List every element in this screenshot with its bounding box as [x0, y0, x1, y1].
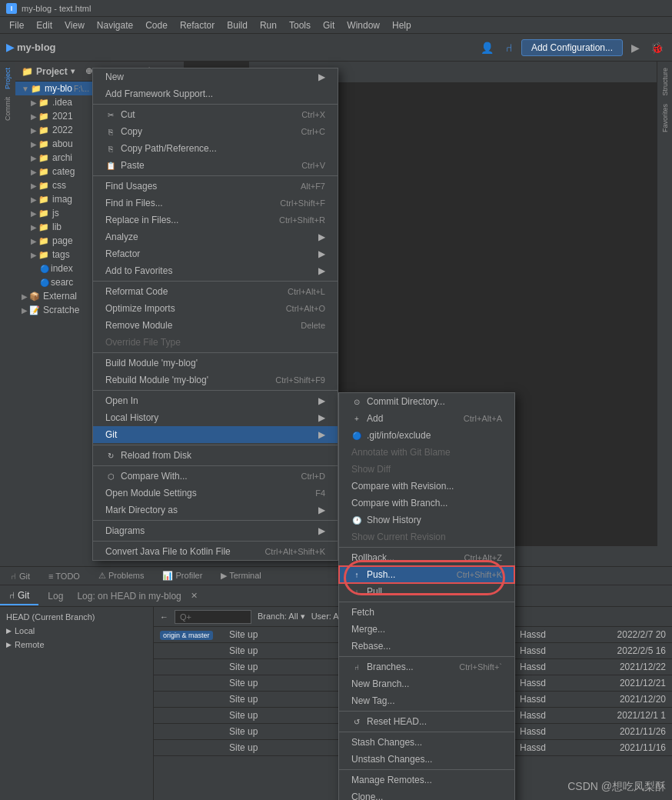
git-unstash[interactable]: Unstash Changes... — [339, 751, 514, 768]
cm-divider-5 — [93, 390, 338, 391]
git-branches[interactable]: ⑁Branches... Ctrl+Shift+` — [339, 658, 514, 675]
project-label: ▶ my-blog — [6, 42, 56, 53]
git-local-group[interactable]: ▶ Local — [0, 624, 153, 638]
cm-copy[interactable]: ⎘Copy Ctrl+C — [93, 123, 338, 140]
git-reset-head[interactable]: ↺Reset HEAD... — [339, 713, 514, 730]
cm-diagrams[interactable]: Diagrams ▶ — [93, 522, 338, 539]
git-show-history[interactable]: 🕐Show History — [339, 512, 514, 528]
cm-find-usages[interactable]: Find Usages Alt+F7 — [93, 178, 338, 195]
cm-analyze[interactable]: Analyze ▶ — [93, 228, 338, 245]
menu-tools[interactable]: Tools — [283, 18, 317, 32]
cm-divider-9 — [93, 541, 338, 542]
cm-mark-directory[interactable]: Mark Directory as ▶ — [93, 502, 338, 518]
git-clone[interactable]: Clone... — [339, 788, 514, 800]
run-button[interactable]: ▶ — [626, 38, 644, 57]
git-show-diff: Show Diff — [339, 461, 514, 478]
cm-refactor[interactable]: Refactor ▶ — [93, 245, 338, 262]
git-compare-revision[interactable]: Compare with Revision... — [339, 478, 514, 495]
cm-open-in[interactable]: Open In ▶ — [93, 392, 338, 409]
git-annotate-blame: Annotate with Git Blame — [339, 444, 514, 461]
status-git-tab[interactable]: ⑁ Git — [6, 570, 35, 582]
context-menu: New ▶ Add Framework Support... ✂Cut Ctrl… — [92, 68, 338, 561]
cm-override-file-type: Override File Type — [93, 334, 338, 351]
git-new-branch[interactable]: New Branch... — [339, 675, 514, 692]
git-head-item[interactable]: HEAD (Current Branch) — [0, 610, 153, 624]
cm-divider-7 — [93, 465, 338, 466]
status-problems-tab[interactable]: ⚠ Problems — [94, 569, 149, 582]
git-commit-directory[interactable]: ⊙Commit Directory... — [339, 393, 514, 410]
bottom-content: HEAD (Current Branch) ▶ Local ▶ Remote ←… — [0, 607, 672, 800]
add-configuration-button[interactable]: Add Configuration... — [521, 39, 623, 56]
title-bar: I my-blog - text.html — [0, 0, 672, 17]
debug-button[interactable]: 🐞 — [647, 38, 666, 57]
git-fetch[interactable]: Fetch — [339, 604, 514, 621]
status-profiler-tab[interactable]: 📊 Profiler — [158, 569, 207, 582]
git-divider-6 — [339, 769, 514, 770]
cm-build-module[interactable]: Build Module 'my-blog' — [93, 355, 338, 372]
git-new-tag[interactable]: New Tag... — [339, 692, 514, 709]
git-icon: ⑁ — [11, 572, 16, 581]
git-log-sidebar: HEAD (Current Branch) ▶ Local ▶ Remote — [0, 607, 154, 800]
git-divider-4 — [339, 711, 514, 712]
menu-navigate[interactable]: Navigate — [91, 18, 139, 32]
menu-help[interactable]: Help — [386, 18, 418, 32]
menu-run[interactable]: Run — [254, 18, 283, 32]
git-manage-remotes[interactable]: Manage Remotes... — [339, 772, 514, 788]
cm-compare-with[interactable]: ⬡Compare With... Ctrl+D — [93, 468, 338, 485]
git-remote-group[interactable]: ▶ Remote — [0, 638, 153, 652]
git-divider-3 — [339, 656, 514, 657]
git-merge[interactable]: Merge... — [339, 621, 514, 638]
cm-reformat[interactable]: Reformat Code Ctrl+Alt+L — [93, 283, 338, 300]
menu-edit[interactable]: Edit — [30, 18, 58, 32]
favorites-vert-tab[interactable]: Favorites — [660, 101, 670, 135]
git-stash[interactable]: Stash Changes... — [339, 734, 514, 751]
structure-vert-tab[interactable]: Structure — [660, 65, 670, 99]
bottom-tab-git[interactable]: ⑁ Git — [0, 587, 38, 605]
git-pull[interactable]: ↓Pull... — [339, 583, 514, 600]
cm-add-framework[interactable]: Add Framework Support... — [93, 85, 338, 102]
status-todo-tab[interactable]: ≡ TODO — [44, 570, 85, 582]
status-terminal-tab[interactable]: ▶ Terminal — [216, 569, 265, 582]
menu-view[interactable]: View — [58, 18, 91, 32]
window-title: my-blog - text.html — [22, 4, 91, 13]
vertical-tabs: Project Commit — [0, 62, 15, 546]
bottom-log-on-tab[interactable]: Log: on HEAD in my-blog — [72, 588, 185, 605]
cm-new[interactable]: New ▶ — [93, 68, 338, 85]
project-vert-tab[interactable]: Project — [2, 65, 13, 92]
cm-divider-8 — [93, 520, 338, 521]
cm-replace-files[interactable]: Replace in Files... Ctrl+Shift+R — [93, 212, 338, 228]
cm-convert-kotlin[interactable]: Convert Java File to Kotlin File Ctrl+Al… — [93, 543, 338, 560]
git-log-search-input[interactable] — [175, 610, 251, 624]
git-branch-icon[interactable]: ⑁ — [500, 38, 518, 57]
cm-cut[interactable]: ✂Cut Ctrl+X — [93, 106, 338, 123]
cm-rebuild-module[interactable]: Rebuild Module 'my-blog' Ctrl+Shift+F9 — [93, 372, 338, 388]
cm-divider-2 — [93, 175, 338, 176]
user-icon[interactable]: 👤 — [478, 38, 497, 57]
cm-add-favorites[interactable]: Add to Favorites ▶ — [93, 262, 338, 279]
git-push[interactable]: ↑Push... Ctrl+Shift+K — [339, 566, 514, 583]
menu-refactor[interactable]: Refactor — [174, 18, 221, 32]
menu-file[interactable]: File — [3, 18, 30, 32]
git-add[interactable]: +Add Ctrl+Alt+A — [339, 410, 514, 427]
commit-vert-tab[interactable]: Commit — [2, 94, 13, 124]
menu-window[interactable]: Window — [341, 18, 386, 32]
cm-git[interactable]: Git ▶ — [93, 426, 338, 443]
git-info-exclude[interactable]: 🔵.git/info/exclude — [339, 427, 514, 444]
git-rebase[interactable]: Rebase... — [339, 638, 514, 655]
git-rollback[interactable]: Rollback... Ctrl+Alt+Z — [339, 549, 514, 566]
cm-remove-module[interactable]: Remove Module Delete — [93, 317, 338, 334]
bottom-log-tab[interactable]: Log — [38, 588, 72, 605]
git-compare-branch[interactable]: Compare with Branch... — [339, 495, 514, 512]
cm-paste[interactable]: 📋Paste Ctrl+V — [93, 157, 338, 174]
app-icon: I — [6, 3, 17, 14]
menu-code[interactable]: Code — [139, 18, 174, 32]
cm-reload-disk[interactable]: ↻Reload from Disk — [93, 447, 338, 464]
bottom-close-icon[interactable]: ✕ — [186, 588, 202, 604]
menu-git[interactable]: Git — [317, 18, 341, 32]
cm-find-files[interactable]: Find in Files... Ctrl+Shift+F — [93, 195, 338, 212]
cm-copy-path[interactable]: ⎘Copy Path/Reference... — [93, 140, 338, 157]
cm-module-settings[interactable]: Open Module Settings F4 — [93, 485, 338, 502]
menu-build[interactable]: Build — [221, 18, 254, 32]
cm-local-history[interactable]: Local History ▶ — [93, 409, 338, 426]
cm-optimize-imports[interactable]: Optimize Imports Ctrl+Alt+O — [93, 300, 338, 317]
